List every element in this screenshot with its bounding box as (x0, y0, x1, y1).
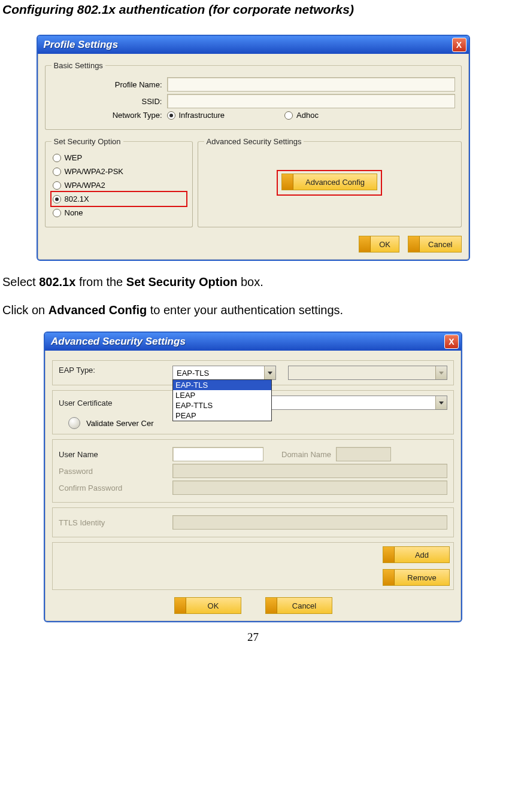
confirm-password-input (172, 480, 447, 495)
ok-button[interactable]: OK (359, 236, 399, 253)
button-accent-icon (266, 598, 277, 613)
network-type-infra-radio[interactable]: Infrastructure (167, 111, 225, 120)
document-page: Configuring 802.1x authentication (for c… (0, 2, 506, 662)
eap-option[interactable]: PEAP (173, 410, 271, 421)
credentials-group: User Name Domain Name Password Confirm P… (52, 439, 454, 503)
radio-icon (53, 168, 61, 176)
basic-settings-legend: Basic Settings (51, 61, 105, 70)
remove-button[interactable]: Remove (383, 569, 450, 586)
security-option-group: Set Security Option WEP WPA/WPA2-PSK WPA… (45, 137, 193, 227)
titlebar: Profile Settings X (38, 36, 469, 54)
confirm-password-label: Confirm Password (59, 483, 172, 492)
chevron-down-icon (435, 366, 447, 379)
sec-wpa-radio[interactable]: WPA/WPA2 (51, 178, 186, 192)
radio-icon (53, 209, 61, 217)
ssid-label: SSID: (51, 97, 167, 106)
chevron-down-icon (264, 366, 275, 379)
button-accent-icon (383, 547, 395, 562)
domain-name-label: Domain Name (281, 450, 331, 459)
eap-type-label: EAP Type: (59, 366, 172, 375)
user-name-label: User Name (59, 450, 172, 459)
eap-type-combo[interactable]: EAP-TLS EAP-TLS LEAP EAP-TTLS PEAP (172, 366, 276, 380)
radio-icon (53, 181, 61, 190)
eap-option[interactable]: EAP-TTLS (173, 400, 271, 410)
user-cert-label: User Certificate (59, 399, 172, 407)
eap-option[interactable]: EAP-TLS (173, 380, 271, 390)
chevron-down-icon (435, 396, 447, 409)
advanced-security-group: Advanced Security Settings Advanced Conf… (198, 137, 462, 227)
profile-name-label: Profile Name: (51, 80, 167, 89)
titlebar: Advanced Security Settings X (45, 333, 461, 351)
instruction-line-1: Select 802.1x from the Set Security Opti… (2, 275, 504, 289)
eap-option[interactable]: LEAP (173, 390, 271, 400)
window-body: EAP Type: EAP-TLS EAP-TLS LEAP EAP-TTLS … (45, 351, 461, 621)
sec-wep-radio[interactable]: WEP (51, 151, 186, 165)
radio-icon (284, 111, 293, 120)
radio-icon (53, 195, 61, 203)
ttls-identity-label: TTLS Identity (59, 518, 172, 527)
sec-wpapsk-radio[interactable]: WPA/WPA2-PSK (51, 165, 186, 178)
validate-cert-toggle[interactable] (68, 417, 80, 429)
advanced-security-legend: Advanced Security Settings (204, 137, 304, 146)
window-title: Advanced Security Settings (51, 336, 186, 348)
button-accent-icon (408, 236, 420, 252)
advanced-config-highlight: Advanced Config (277, 170, 382, 196)
button-accent-icon (175, 598, 186, 613)
security-option-legend: Set Security Option (51, 137, 123, 146)
advanced-settings-window: Advanced Security Settings X EAP Type: E… (44, 332, 462, 622)
sec-8021x-radio[interactable]: 802.1X (50, 191, 187, 207)
close-icon[interactable]: X (452, 38, 466, 52)
eap-subtype-combo (288, 366, 447, 380)
profile-name-input[interactable] (167, 77, 455, 92)
instruction-line-2: Click on Advanced Config to enter your a… (2, 303, 504, 317)
validate-cert-label: Validate Server Cer (86, 419, 153, 428)
radio-icon (53, 154, 61, 162)
ssid-input[interactable] (167, 94, 455, 108)
basic-settings-group: Basic Settings Profile Name: SSID: Netwo… (45, 61, 462, 130)
button-accent-icon (359, 236, 371, 252)
button-accent-icon (282, 174, 293, 190)
window-body: Basic Settings Profile Name: SSID: Netwo… (38, 54, 469, 260)
add-button[interactable]: Add (383, 546, 450, 563)
cancel-button[interactable]: Cancel (408, 236, 461, 253)
cert-list-group: Add Remove (52, 542, 454, 590)
ttls-group: TTLS Identity (52, 507, 454, 537)
password-input (172, 464, 447, 478)
radio-icon (167, 111, 175, 120)
network-type-adhoc-radio[interactable]: Adhoc (284, 111, 319, 120)
cancel-button[interactable]: Cancel (265, 597, 332, 614)
password-label: Password (59, 467, 172, 476)
page-number: 27 (2, 631, 504, 644)
domain-name-input (336, 447, 391, 461)
advanced-config-button[interactable]: Advanced Config (281, 174, 377, 190)
section-heading: Configuring 802.1x authentication (for c… (2, 2, 504, 17)
window-title: Profile Settings (44, 39, 119, 51)
eap-type-dropdown: EAP-TLS LEAP EAP-TTLS PEAP (172, 379, 272, 421)
sec-none-radio[interactable]: None (51, 206, 186, 220)
ttls-identity-input (172, 515, 447, 530)
button-accent-icon (383, 570, 395, 585)
close-icon[interactable]: X (444, 334, 459, 349)
ok-button[interactable]: OK (174, 597, 241, 614)
profile-settings-window: Profile Settings X Basic Settings Profil… (37, 35, 470, 261)
network-type-label: Network Type: (51, 111, 167, 120)
user-name-input[interactable] (172, 447, 263, 461)
eap-type-group: EAP Type: EAP-TLS EAP-TLS LEAP EAP-TTLS … (52, 360, 454, 385)
